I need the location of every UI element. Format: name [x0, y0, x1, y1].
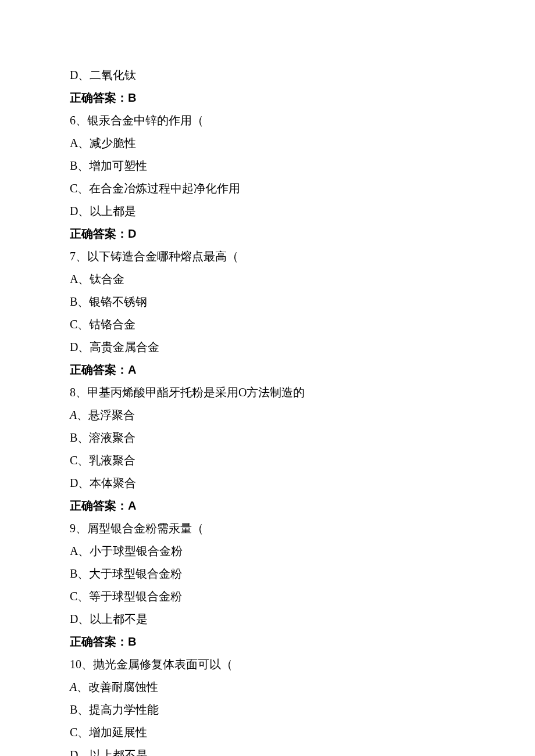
- answer-line: 正确答案：D: [70, 223, 465, 245]
- text-line: 9、屑型银合金粉需汞量（: [70, 517, 465, 540]
- text-line: D、以上都不是: [70, 744, 465, 756]
- text-line: B、大于球型银合金粉: [70, 562, 465, 585]
- text-line: C、增加延展性: [70, 721, 465, 744]
- text-line: 10、抛光金属修复体表面可以（: [70, 653, 465, 676]
- text-line: B、溶液聚合: [70, 427, 465, 449]
- document-page: D、二氧化钛正确答案：B6、银汞合金中锌的作用（A、减少脆性B、增加可塑性C、在…: [0, 0, 535, 756]
- text-line: 7、以下铸造合金哪种熔点最高（: [70, 245, 465, 268]
- text-line: A、悬浮聚合: [70, 404, 465, 427]
- text-line: D、本体聚合: [70, 472, 465, 495]
- text-line: D、以上都不是: [70, 608, 465, 630]
- answer-line: 正确答案：B: [70, 630, 465, 653]
- option-letter: A: [70, 409, 77, 421]
- text-line: D、二氧化钛: [70, 64, 465, 87]
- text-line: B、银铬不锈钢: [70, 291, 465, 313]
- text-line: C、在合金冶炼过程中起净化作用: [70, 177, 465, 200]
- text-line: A、小于球型银合金粉: [70, 540, 465, 562]
- text-line: A、改善耐腐蚀性: [70, 676, 465, 698]
- text-line: D、以上都是: [70, 200, 465, 223]
- text-line: B、增加可塑性: [70, 155, 465, 177]
- text-line: 6、银汞合金中锌的作用（: [70, 109, 465, 132]
- text-line: A、钛合金: [70, 268, 465, 291]
- text-line: 8、甲基丙烯酸甲酯牙托粉是采用O方法制造的: [70, 381, 465, 404]
- text-line: C、钴铬合金: [70, 313, 465, 336]
- answer-line: 正确答案：A: [70, 359, 465, 381]
- option-letter: A: [70, 680, 77, 693]
- document-content: D、二氧化钛正确答案：B6、银汞合金中锌的作用（A、减少脆性B、增加可塑性C、在…: [70, 64, 465, 756]
- text-line: B、提高力学性能: [70, 698, 465, 721]
- text-line: C、乳液聚合: [70, 449, 465, 472]
- text-line: D、高贵金属合金: [70, 336, 465, 359]
- text-line: A、减少脆性: [70, 132, 465, 155]
- text-line: C、等于球型银合金粉: [70, 585, 465, 608]
- answer-line: 正确答案：B: [70, 87, 465, 109]
- answer-line: 正确答案：A: [70, 495, 465, 517]
